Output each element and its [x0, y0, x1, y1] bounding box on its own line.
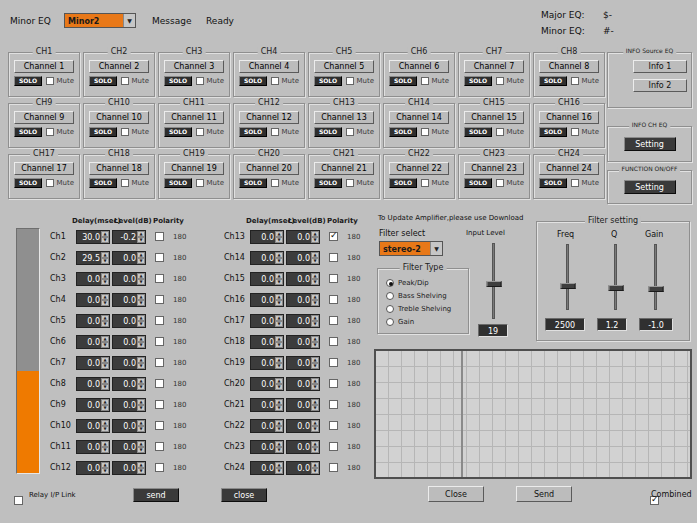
level-spinner[interactable]: 0.0▲▼ — [286, 419, 320, 433]
polarity-checkbox[interactable] — [155, 358, 164, 367]
level-spinner[interactable]: 0.0▲▼ — [112, 335, 146, 349]
spinner-down-icon[interactable]: ▼ — [311, 384, 319, 390]
channel-button[interactable]: Channel 17 — [14, 162, 74, 175]
level-spinner[interactable]: 0.0▲▼ — [112, 293, 146, 307]
spinner-down-icon[interactable]: ▼ — [275, 405, 283, 411]
solo-button[interactable]: SOLO — [89, 76, 117, 86]
polarity-checkbox[interactable] — [155, 400, 164, 409]
spinner-down-icon[interactable]: ▼ — [137, 258, 145, 264]
solo-button[interactable]: SOLO — [389, 127, 417, 137]
polarity-checkbox[interactable] — [329, 232, 338, 241]
spinner-down-icon[interactable]: ▼ — [101, 237, 109, 243]
polarity-checkbox[interactable] — [155, 421, 164, 430]
solo-button[interactable]: SOLO — [89, 178, 117, 188]
level-spinner[interactable]: 0.0▲▼ — [286, 335, 320, 349]
level-spinner[interactable]: 0.0▲▼ — [112, 377, 146, 391]
graph-cursor[interactable] — [461, 351, 463, 477]
level-spinner[interactable]: 0.0▲▼ — [286, 398, 320, 412]
filter-type-option[interactable]: Treble Shelving — [386, 302, 468, 315]
level-spinner[interactable]: 0.0▲▼ — [286, 440, 320, 454]
send-button[interactable]: Send — [516, 486, 572, 502]
level-spinner[interactable]: 0.0▲▼ — [112, 419, 146, 433]
delay-spinner[interactable]: 0.0▲▼ — [76, 293, 110, 307]
spinner-down-icon[interactable]: ▼ — [311, 447, 319, 453]
mute-checkbox[interactable] — [196, 128, 204, 136]
spinner-down-icon[interactable]: ▼ — [311, 237, 319, 243]
channel-button[interactable]: Channel 13 — [314, 111, 374, 124]
channel-button[interactable]: Channel 18 — [89, 162, 149, 175]
channel-button[interactable]: Channel 10 — [89, 111, 149, 124]
spinner-down-icon[interactable]: ▼ — [137, 300, 145, 306]
spinner-down-icon[interactable]: ▼ — [311, 279, 319, 285]
spinner-down-icon[interactable]: ▼ — [101, 258, 109, 264]
spinner-down-icon[interactable]: ▼ — [137, 447, 145, 453]
spinner-down-icon[interactable]: ▼ — [101, 300, 109, 306]
ch-eq-setting-button[interactable]: Setting — [624, 137, 676, 151]
channel-button[interactable]: Channel 6 — [389, 60, 449, 73]
delay-spinner[interactable]: 0.0▲▼ — [250, 335, 284, 349]
spinner-down-icon[interactable]: ▼ — [311, 258, 319, 264]
polarity-checkbox[interactable] — [329, 316, 338, 325]
level-spinner[interactable]: -0.2▲▼ — [112, 230, 146, 244]
level-spinner[interactable]: 0.0▲▼ — [112, 251, 146, 265]
delay-spinner[interactable]: 0.0▲▼ — [76, 419, 110, 433]
solo-button[interactable]: SOLO — [314, 76, 342, 86]
mute-checkbox[interactable] — [346, 128, 354, 136]
spinner-down-icon[interactable]: ▼ — [275, 342, 283, 348]
mute-checkbox[interactable] — [421, 128, 429, 136]
channel-button[interactable]: Channel 8 — [539, 60, 599, 73]
freq-handle[interactable] — [560, 283, 575, 289]
solo-button[interactable]: SOLO — [389, 76, 417, 86]
solo-button[interactable]: SOLO — [314, 178, 342, 188]
delay-spinner[interactable]: 0.0▲▼ — [250, 398, 284, 412]
q-handle[interactable] — [608, 285, 623, 291]
delay-spinner[interactable]: 0.0▲▼ — [250, 356, 284, 370]
spinner-down-icon[interactable]: ▼ — [101, 468, 109, 474]
gain-slider[interactable] — [654, 244, 657, 310]
spinner-down-icon[interactable]: ▼ — [137, 363, 145, 369]
channel-button[interactable]: Channel 15 — [464, 111, 524, 124]
channel-button[interactable]: Channel 24 — [539, 162, 599, 175]
spinner-down-icon[interactable]: ▼ — [275, 258, 283, 264]
mute-checkbox[interactable] — [46, 77, 54, 85]
delay-spinner[interactable]: 0.0▲▼ — [76, 272, 110, 286]
channel-button[interactable]: Channel 9 — [14, 111, 74, 124]
spinner-down-icon[interactable]: ▼ — [275, 363, 283, 369]
close-small-button[interactable]: close — [221, 488, 267, 502]
q-slider[interactable] — [614, 244, 617, 310]
level-spinner[interactable]: 0.0▲▼ — [112, 314, 146, 328]
delay-spinner[interactable]: 0.0▲▼ — [76, 314, 110, 328]
spinner-down-icon[interactable]: ▼ — [275, 426, 283, 432]
solo-button[interactable]: SOLO — [239, 178, 267, 188]
polarity-checkbox[interactable] — [329, 442, 338, 451]
filter-type-option[interactable]: Gain — [386, 315, 468, 328]
spinner-down-icon[interactable]: ▼ — [101, 279, 109, 285]
solo-button[interactable]: SOLO — [539, 127, 567, 137]
polarity-checkbox[interactable] — [329, 379, 338, 388]
mute-checkbox[interactable] — [571, 77, 579, 85]
solo-button[interactable]: SOLO — [14, 178, 42, 188]
solo-button[interactable]: SOLO — [164, 178, 192, 188]
delay-spinner[interactable]: 0.0▲▼ — [250, 293, 284, 307]
spinner-down-icon[interactable]: ▼ — [137, 384, 145, 390]
spinner-down-icon[interactable]: ▼ — [137, 321, 145, 327]
polarity-checkbox[interactable] — [329, 295, 338, 304]
level-spinner[interactable]: 0.0▲▼ — [286, 356, 320, 370]
spinner-down-icon[interactable]: ▼ — [101, 321, 109, 327]
solo-button[interactable]: SOLO — [164, 76, 192, 86]
input-level-handle[interactable] — [486, 281, 501, 287]
channel-button[interactable]: Channel 14 — [389, 111, 449, 124]
mute-checkbox[interactable] — [271, 77, 279, 85]
mute-checkbox[interactable] — [496, 128, 504, 136]
mute-checkbox[interactable] — [46, 179, 54, 187]
delay-spinner[interactable]: 0.0▲▼ — [250, 461, 284, 475]
send-small-button[interactable]: send — [133, 488, 179, 502]
level-spinner[interactable]: 0.0▲▼ — [286, 461, 320, 475]
mute-checkbox[interactable] — [46, 128, 54, 136]
spinner-down-icon[interactable]: ▼ — [101, 405, 109, 411]
delay-spinner[interactable]: 30.0▲▼ — [76, 230, 110, 244]
channel-button[interactable]: Channel 7 — [464, 60, 524, 73]
polarity-checkbox[interactable] — [155, 379, 164, 388]
solo-button[interactable]: SOLO — [464, 127, 492, 137]
level-spinner[interactable]: 0.0▲▼ — [112, 440, 146, 454]
